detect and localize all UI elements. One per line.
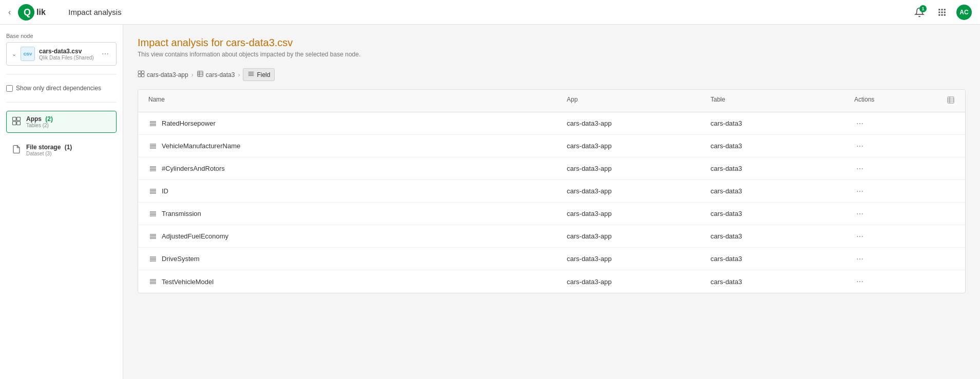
row-0-app: cars-data3-app: [563, 115, 706, 131]
breadcrumb-field-label: Field: [257, 71, 270, 78]
row-6-actions: ⋯: [850, 249, 943, 269]
table-row: TestVehicleModel cars-data3-app cars-dat…: [138, 270, 965, 293]
row-7-table: cars-data3: [706, 274, 850, 290]
row-5-app: cars-data3-app: [563, 228, 706, 244]
col-actions: Actions: [850, 94, 943, 108]
user-avatar[interactable]: AC: [956, 5, 972, 20]
svg-rect-20: [197, 71, 203, 77]
breadcrumb-table[interactable]: cars-data3: [197, 70, 235, 79]
show-direct-deps-row: Show only direct dependencies: [6, 83, 117, 94]
sidebar-item-file-storage[interactable]: File storage (1) Dataset (3): [6, 139, 117, 161]
breadcrumb-apps[interactable]: cars-data3-app: [138, 70, 188, 79]
apps-count: (2): [45, 115, 53, 123]
svg-rect-16: [138, 71, 141, 73]
svg-rect-4: [941, 9, 943, 10]
svg-rect-11: [944, 14, 946, 15]
row-2-app: cars-data3-app: [563, 161, 706, 176]
svg-rect-8: [944, 11, 946, 13]
row-2-actions: ⋯: [850, 158, 943, 179]
row-2-more-button[interactable]: ⋯: [854, 163, 867, 175]
base-node-menu-button[interactable]: ⋯: [100, 49, 111, 59]
sidebar-item-apps[interactable]: Apps (2) Tables (2): [6, 111, 117, 133]
row-1-more-button[interactable]: ⋯: [854, 140, 867, 152]
page-title: Impact analysis: [68, 8, 121, 16]
row-4-actions: ⋯: [850, 204, 943, 224]
svg-text:lik: lik: [36, 8, 46, 16]
csv-icon: CSV: [21, 47, 35, 61]
col-name: Name: [144, 94, 563, 108]
row-0-actions: ⋯: [850, 113, 943, 134]
svg-rect-17: [142, 71, 144, 73]
sidebar-divider-1: [6, 74, 117, 74]
table-row: DriveSystem cars-data3-app cars-data3 ⋯: [138, 248, 965, 270]
breadcrumb-table-icon: [197, 70, 204, 79]
sidebar-item-apps-subtitle: Tables (2): [26, 123, 111, 128]
navbar: ‹ Q lik Impact analysis 1: [0, 0, 980, 25]
col-table: Table: [706, 94, 850, 108]
field-row-1-icon: [148, 142, 158, 151]
table-row: VehicleManufacturerName cars-data3-app c…: [138, 135, 965, 157]
row-1-app: cars-data3-app: [563, 138, 706, 154]
row-2-table: cars-data3: [706, 161, 850, 176]
show-direct-deps-checkbox[interactable]: [6, 85, 13, 92]
sidebar: Base node ⌄ CSV cars-data3.csv Qlik Data…: [0, 25, 123, 379]
breadcrumb-app-icon: [138, 70, 145, 79]
notification-badge: 1: [919, 5, 927, 12]
svg-rect-18: [138, 74, 141, 77]
row-4-more-button[interactable]: ⋯: [854, 208, 867, 220]
sidebar-item-apps-text: Apps (2) Tables (2): [26, 115, 111, 128]
navbar-right: 1 AC: [911, 4, 972, 21]
table-row: RatedHorsepower cars-data3-app cars-data…: [138, 112, 965, 135]
svg-rect-10: [941, 14, 943, 15]
back-button[interactable]: ‹: [8, 8, 11, 17]
base-node-name: cars-data3.csv: [39, 48, 95, 55]
svg-rect-14: [13, 121, 16, 125]
table-row: AdjustedFuelEconomy cars-data3-app cars-…: [138, 225, 965, 248]
row-5-more-button[interactable]: ⋯: [854, 230, 867, 243]
row-3-more-button[interactable]: ⋯: [854, 185, 867, 197]
qlik-wordmark: Q lik: [17, 3, 58, 22]
row-7-app: cars-data3-app: [563, 274, 706, 290]
col-app: App: [563, 94, 706, 108]
notifications-button[interactable]: 1: [911, 4, 928, 21]
row-6-table: cars-data3: [706, 251, 850, 267]
apps-icon: [12, 116, 21, 128]
field-row-0-icon: [148, 119, 158, 128]
row-4-app: cars-data3-app: [563, 206, 706, 222]
breadcrumb-field[interactable]: Field: [243, 68, 275, 81]
svg-rect-13: [17, 117, 21, 121]
field-row-2-icon: [148, 164, 158, 173]
svg-rect-15: [17, 121, 21, 125]
row-7-more-button[interactable]: ⋯: [854, 275, 867, 288]
svg-rect-28: [948, 97, 954, 103]
svg-rect-19: [142, 74, 144, 77]
base-node-label: Base node: [6, 33, 117, 39]
row-4-table: cars-data3: [706, 206, 850, 222]
base-node-sub: Qlik Data Files (Shared): [39, 55, 95, 61]
base-node-section: Base node ⌄ CSV cars-data3.csv Qlik Data…: [6, 33, 117, 66]
svg-rect-6: [938, 11, 940, 13]
breadcrumb-sep-1: ›: [191, 71, 194, 78]
table-column-settings-button[interactable]: [947, 96, 955, 106]
base-node-box[interactable]: ⌄ CSV cars-data3.csv Qlik Data Files (Sh…: [6, 42, 117, 66]
row-4-name: Transmission: [144, 205, 563, 223]
table-row: ID cars-data3-app cars-data3 ⋯: [138, 180, 965, 203]
breadcrumb-table-label: cars-data3: [206, 71, 235, 78]
row-0-name: RatedHorsepower: [144, 115, 563, 132]
row-2-name: #CylindersAndRotors: [144, 160, 563, 177]
field-row-4-icon: [148, 209, 158, 218]
sidebar-item-file-storage-subtitle: Dataset (3): [26, 151, 111, 156]
row-1-name: VehicleManufacturerName: [144, 137, 563, 155]
field-row-7-icon: [148, 277, 158, 286]
row-0-more-button[interactable]: ⋯: [854, 117, 867, 130]
breadcrumb-app-label: cars-data3-app: [147, 71, 188, 78]
breadcrumb-sep-2: ›: [238, 71, 240, 78]
sidebar-item-file-storage-title: File storage (1): [26, 144, 111, 151]
field-row-5-icon: [148, 232, 158, 241]
col-settings: [943, 94, 959, 108]
row-6-more-button[interactable]: ⋯: [854, 253, 867, 265]
row-7-name: TestVehicleModel: [144, 273, 563, 290]
show-direct-deps-label: Show only direct dependencies: [16, 85, 101, 92]
apps-grid-button[interactable]: [934, 4, 950, 21]
sidebar-item-apps-title: Apps (2): [26, 115, 111, 123]
